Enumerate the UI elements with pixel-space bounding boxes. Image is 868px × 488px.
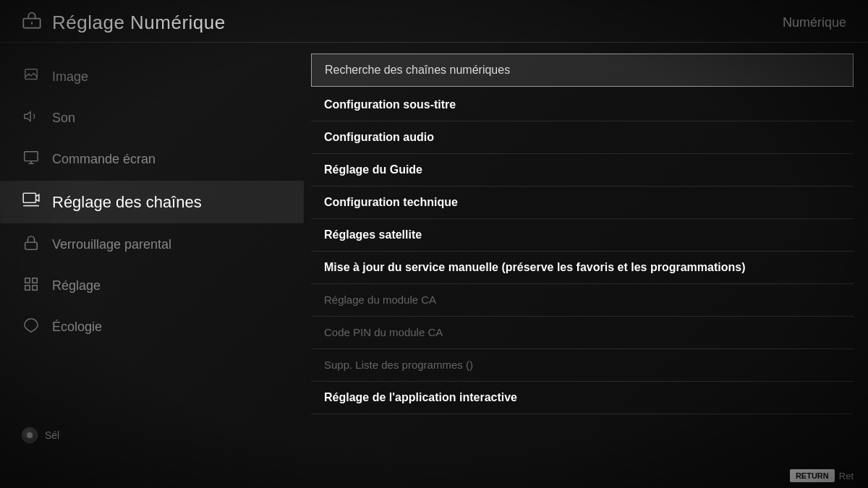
- screen: Réglage Numérique Numérique Image: [0, 0, 868, 488]
- main-content: Image Son: [0, 43, 868, 463]
- sidebar-item-image[interactable]: Image: [0, 57, 304, 97]
- sidebar-label-verrouillage: Verrouillage parental: [52, 237, 171, 252]
- menu-label-interactive: Réglage de l'application interactive: [324, 391, 517, 403]
- svg-marker-3: [25, 112, 30, 121]
- menu-item-supp-liste[interactable]: Supp. Liste des programmes (): [311, 349, 854, 382]
- menu-label-recherche: Recherche des chaînes numériques: [325, 64, 510, 76]
- svg-rect-2: [25, 69, 38, 80]
- sidebar-item-reglage[interactable]: Réglage: [0, 266, 304, 306]
- svg-rect-12: [33, 286, 37, 290]
- svg-rect-4: [25, 152, 38, 161]
- menu-item-module-ca[interactable]: Réglage du module CA: [311, 284, 854, 317]
- sel-label: Sél: [45, 429, 59, 441]
- menu-label-mise-a-jour: Mise à jour du service manuelle (préserv…: [324, 261, 745, 273]
- sidebar: Image Son: [0, 50, 304, 456]
- menu-item-audio[interactable]: Configuration audio: [311, 121, 854, 154]
- eco-icon: [22, 317, 41, 337]
- menu-item-satellite[interactable]: Réglages satellite: [311, 219, 854, 252]
- breadcrumb: Numérique: [783, 15, 846, 30]
- svg-rect-11: [33, 278, 37, 283]
- return-button[interactable]: RETURN Ret: [790, 469, 854, 482]
- menu-label-pin-ca: Code PIN du module CA: [324, 326, 443, 338]
- sidebar-label-commande-ecran: Commande écran: [52, 152, 156, 167]
- sound-icon: [22, 108, 41, 128]
- sidebar-item-ecologie[interactable]: Écologie: [0, 307, 304, 347]
- svg-rect-7: [23, 193, 35, 202]
- lock-icon: [22, 235, 41, 254]
- sidebar-label-reglage-chaines: Réglage des chaînes: [52, 193, 202, 212]
- sel-button-icon: [22, 427, 38, 443]
- menu-label-audio: Configuration audio: [324, 131, 434, 143]
- menu-item-technique[interactable]: Configuration technique: [311, 187, 854, 219]
- sel-indicator: Sél: [0, 421, 304, 449]
- menu-label-supp-liste: Supp. Liste des programmes (): [324, 359, 473, 371]
- sidebar-label-reglage: Réglage: [52, 278, 101, 294]
- page-title: Réglage Numérique: [52, 12, 226, 34]
- menu-label-sous-titre: Configuration sous-titre: [324, 98, 456, 111]
- svg-rect-10: [25, 278, 30, 283]
- menu-item-guide[interactable]: Réglage du Guide: [311, 154, 854, 187]
- bottom-bar: RETURN Ret: [0, 463, 868, 488]
- toolbox-icon: [22, 10, 42, 35]
- channels-icon: [22, 191, 41, 213]
- menu-label-module-ca: Réglage du module CA: [324, 294, 436, 306]
- sidebar-item-son[interactable]: Son: [0, 98, 304, 138]
- menu-label-technique: Configuration technique: [324, 196, 458, 208]
- menu-item-interactive[interactable]: Réglage de l'application interactive: [311, 382, 854, 414]
- return-key-label: RETURN: [790, 469, 835, 482]
- content-panel: Recherche des chaînes numériques Configu…: [304, 50, 868, 456]
- svg-rect-13: [25, 286, 30, 290]
- sidebar-label-image: Image: [52, 69, 88, 85]
- image-icon: [22, 67, 41, 87]
- settings-icon: [22, 276, 41, 296]
- menu-label-guide: Réglage du Guide: [324, 163, 422, 176]
- svg-rect-9: [25, 242, 38, 249]
- return-action-label: Ret: [839, 471, 854, 481]
- menu-item-recherche[interactable]: Recherche des chaînes numériques: [311, 53, 854, 87]
- sidebar-label-ecologie: Écologie: [52, 320, 102, 335]
- sidebar-item-commande-ecran[interactable]: Commande écran: [0, 140, 304, 179]
- menu-label-satellite: Réglages satellite: [324, 228, 422, 241]
- sidebar-label-son: Son: [52, 111, 75, 126]
- header-left: Réglage Numérique: [22, 10, 226, 35]
- header: Réglage Numérique Numérique: [0, 0, 868, 43]
- sidebar-item-reglage-chaines[interactable]: Réglage des chaînes: [0, 181, 304, 223]
- screen-icon: [22, 150, 41, 169]
- menu-item-pin-ca[interactable]: Code PIN du module CA: [311, 317, 854, 349]
- menu-item-mise-a-jour[interactable]: Mise à jour du service manuelle (préserv…: [311, 252, 854, 284]
- menu-item-sous-titre[interactable]: Configuration sous-titre: [311, 89, 854, 121]
- sidebar-item-verrouillage[interactable]: Verrouillage parental: [0, 225, 304, 265]
